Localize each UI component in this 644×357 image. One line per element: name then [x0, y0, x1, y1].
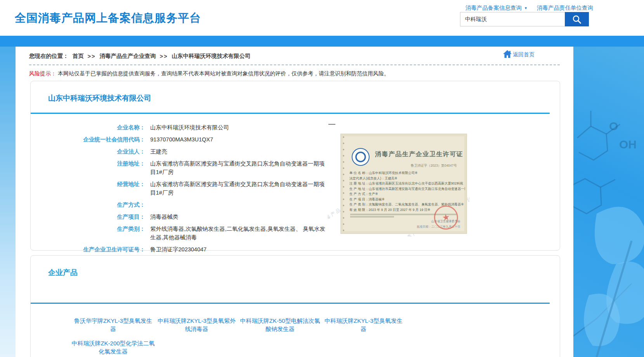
- field-row: 生产项目： 消毒器械类: [31, 212, 560, 221]
- field-row: 企业名称： 山东中科瑞沃环境技术有限公司: [31, 123, 560, 132]
- breadcrumb-separator: >>: [88, 53, 96, 59]
- field-label: 经营地址：: [31, 180, 145, 197]
- product-link[interactable]: 鲁沃华宇牌ZKYL-3型臭氧发生器: [71, 317, 155, 333]
- chevron-down-icon: ▼: [524, 6, 528, 10]
- svg-text:OH: OH: [619, 138, 637, 151]
- breadcrumb-separator: >>: [160, 53, 168, 59]
- product-link[interactable]: 中科瑞沃牌ZKYL-3型臭氧紫外线消毒器: [155, 317, 238, 333]
- site-title: 全国消毒产品网上备案信息服务平台: [15, 10, 201, 26]
- breadcrumb: 您现在的位置： 首页 >> 消毒产品生产企业查询 >> 山东中科瑞沃环境技术有限…: [29, 52, 250, 60]
- nav-link-record-info-query[interactable]: 消毒产品备案信息查询 ▼: [465, 4, 528, 12]
- field-value: 山东中科瑞沃环境技术有限公司: [150, 123, 229, 132]
- page-header: 全国消毒产品网上备案信息服务平台 消毒产品备案信息查询 ▼ 消毒产品责任单位查询: [0, 0, 644, 36]
- cert-corner-dash: [328, 124, 335, 125]
- field-row: 生产类别： 紫外线消毒器,次氯酸钠发生器,二氧化氯发生器,臭氧发生器、 臭氧水发…: [31, 225, 560, 242]
- company-card: 山东中科瑞沃环境技术有限公司 企业名称： 山东中科瑞沃环境技术有限公司 企业统一…: [30, 81, 560, 251]
- company-fields: 企业名称： 山东中科瑞沃环境技术有限公司 企业统一社会信用代码： 9137070…: [31, 114, 560, 266]
- products-title: 企业产品: [31, 256, 560, 278]
- products-grid: 鲁沃华宇牌ZKYL-3型臭氧发生器 中科瑞沃牌ZKYL-3型臭氧紫外线消毒器 中…: [31, 317, 560, 355]
- field-label: 生产企业卫生许可证号：: [31, 245, 145, 254]
- product-link[interactable]: 中科瑞沃牌ZK-50型电解法次氯酸钠发生器: [238, 317, 322, 333]
- cert-emblem-icon: [352, 148, 370, 166]
- cert-number: 鲁卫消证字（2023）第04047号: [411, 164, 457, 168]
- field-value: 山东省潍坊市高新区潍安路与宝通街交叉路口东北角自动变速器一期项目1#厂房: [150, 180, 328, 197]
- field-row: 生产企业卫生许可证号： 鲁卫消证字202304047: [31, 245, 560, 254]
- field-value: 山东省潍坊市高新区潍安路与宝通街交叉路口东北角自动变速器一期项目1#厂房: [150, 159, 328, 176]
- field-value: 王建亮: [150, 147, 167, 156]
- search-icon: [572, 14, 582, 24]
- search-button[interactable]: [565, 12, 589, 26]
- company-title: 山东中科瑞沃环境技术有限公司: [31, 81, 560, 103]
- certificate: 消毒产品生产企业卫生许可证 鲁卫消证字（2023）第04047号 单 位 名 称…: [340, 134, 467, 234]
- breadcrumb-item-current: 山东中科瑞沃环境技术有限公司: [172, 52, 250, 60]
- field-value: 紫外线消毒器,次氯酸钠发生器,二氧化氯发生器,臭氧发生器、 臭氧水发生器,其他器…: [150, 225, 328, 242]
- breadcrumb-prefix: 您现在的位置：: [29, 52, 69, 60]
- nav-link-responsible-unit-query[interactable]: 消毒产品责任单位查询: [537, 4, 593, 12]
- breadcrumb-item-home[interactable]: 首页: [73, 52, 84, 60]
- field-label: 生产类别：: [31, 225, 145, 242]
- back-home-label: 返回首页: [513, 51, 535, 58]
- field-row: 注册地址： 山东省潍坊市高新区潍安路与宝通街交叉路口东北角自动变速器一期项目1#…: [31, 159, 560, 176]
- field-row: 经营地址： 山东省潍坊市高新区潍安路与宝通街交叉路口东北角自动变速器一期项目1#…: [31, 180, 560, 197]
- field-row: 企业统一社会信用代码： 91370700MA3M3U1QX7: [31, 135, 560, 144]
- field-label: 企业法人：: [31, 147, 145, 156]
- nav-link-label: 消毒产品责任单位查询: [537, 4, 593, 12]
- field-label: 企业名称：: [31, 123, 145, 132]
- field-label: 生产项目：: [31, 212, 145, 221]
- cert-perforation: [342, 134, 345, 233]
- product-link[interactable]: 中科瑞沃牌ZKYL-3型臭氧发生器: [322, 317, 405, 333]
- back-home-link[interactable]: 返回首页: [503, 50, 535, 58]
- product-link[interactable]: 中科瑞沃牌ZK-200型化学法二氧化氯发生器: [71, 339, 155, 355]
- breadcrumb-item-producer-query[interactable]: 消毒产品生产企业查询: [99, 52, 156, 60]
- card-divider: [31, 303, 550, 304]
- top-nav: 消毒产品备案信息查询 ▼ 消毒产品责任单位查询: [465, 4, 593, 12]
- field-row: 生产方式：: [31, 200, 560, 209]
- cert-title: 消毒产品生产企业卫生许可证: [375, 150, 463, 158]
- dashed-divider: [29, 64, 560, 65]
- search-bar: [460, 12, 589, 26]
- risk-text: 本网站仅基于已掌握的信息提供查询服务，查询结果不代表本网站对被查询对象信用状况的…: [58, 70, 389, 77]
- right-decoration: O OH: [573, 47, 644, 357]
- field-label: 企业统一社会信用代码：: [31, 135, 145, 144]
- field-value: 消毒器械类: [150, 212, 179, 221]
- products-card: 企业产品 鲁沃华宇牌ZKYL-3型臭氧发生器 中科瑞沃牌ZKYL-3型臭氧紫外线…: [30, 255, 560, 357]
- risk-notice: 风险提示： 本网站仅基于已掌握的信息提供查询服务，查询结果不代表本网站对被查询对…: [29, 70, 389, 77]
- nav-link-label: 消毒产品备案信息查询: [465, 4, 522, 12]
- risk-label: 风险提示：: [29, 70, 56, 77]
- field-value: 91370700MA3M3U1QX7: [150, 135, 213, 144]
- svg-text:O: O: [609, 120, 618, 132]
- molecule-leaf-art-icon: O OH: [573, 47, 644, 357]
- certificate-image: 全国消毒产品网上备案信息服务平台 全国消毒产品网上备案信息服务平台 全国消毒产品…: [328, 122, 470, 237]
- field-value: 鲁卫消证字202304047: [150, 245, 207, 254]
- search-input[interactable]: [460, 12, 565, 26]
- home-icon: [503, 50, 512, 58]
- field-row: 企业法人： 王建亮: [31, 147, 560, 156]
- field-label: 生产方式：: [31, 200, 145, 209]
- main-content: 您现在的位置： 首页 >> 消毒产品生产企业查询 >> 山东中科瑞沃环境技术有限…: [16, 47, 573, 357]
- banner-strip: [0, 36, 644, 47]
- field-label: 注册地址：: [31, 159, 145, 176]
